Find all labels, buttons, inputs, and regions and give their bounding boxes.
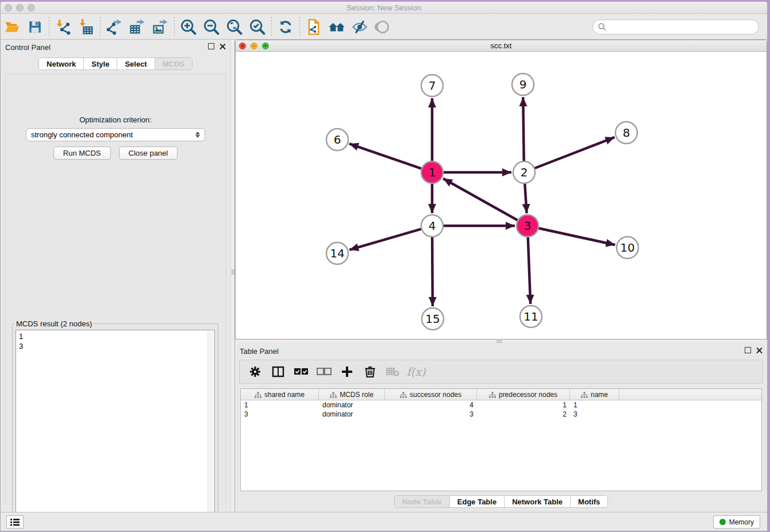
deselect-all-columns-button[interactable] bbox=[315, 363, 333, 380]
splitter-grip[interactable] bbox=[232, 269, 234, 275]
create-column-button[interactable] bbox=[338, 363, 356, 380]
zoom-selected-button[interactable] bbox=[246, 17, 269, 37]
clone-network-icon bbox=[305, 18, 322, 36]
mcds-result-list[interactable]: 13 bbox=[16, 330, 215, 531]
column-header-label: successor nodes bbox=[410, 391, 461, 399]
toolbar-separator bbox=[100, 17, 101, 37]
tab-select[interactable]: Select bbox=[117, 58, 155, 70]
select-all-columns-button[interactable] bbox=[292, 363, 310, 380]
network-window-titlebar: × − + scc.txt bbox=[236, 40, 767, 52]
delete-table-button[interactable] bbox=[384, 363, 402, 380]
hide-panel-button[interactable] bbox=[348, 17, 371, 37]
optimization-criterion-select[interactable]: strongly connected component bbox=[26, 128, 205, 141]
zoom-fit-button[interactable] bbox=[223, 17, 246, 37]
splitter-grip[interactable] bbox=[496, 340, 502, 343]
eye-slash-icon bbox=[351, 18, 368, 36]
table-cell[interactable]: 2 bbox=[477, 410, 570, 419]
table-row[interactable]: 1dominator411 bbox=[241, 400, 761, 410]
search-box[interactable] bbox=[592, 20, 759, 34]
tab-mcds[interactable]: MCDS bbox=[155, 58, 192, 70]
tab-motifs[interactable]: Motifs bbox=[571, 496, 607, 507]
refresh-icon bbox=[278, 19, 294, 35]
node-label-6: 6 bbox=[334, 133, 341, 147]
toolbar-separator bbox=[271, 17, 272, 37]
column-header-label: shared name bbox=[264, 391, 305, 399]
table-panel-tabs: Node TableEdge TableNetwork TableMotifs bbox=[394, 495, 609, 508]
open-session-button[interactable] bbox=[1, 17, 24, 37]
gear-icon bbox=[249, 365, 261, 378]
result-scrollbar[interactable] bbox=[207, 331, 214, 531]
zoom-out-button[interactable] bbox=[200, 17, 223, 37]
tab-style[interactable]: Style bbox=[84, 58, 117, 70]
home-icon bbox=[328, 18, 346, 36]
float-panel-icon[interactable] bbox=[208, 43, 214, 49]
mcds-panel: Optimization criterion: strongly connect… bbox=[5, 74, 226, 504]
run-mcds-button[interactable]: Run MCDS bbox=[53, 147, 111, 160]
column-header-successor-nodes[interactable]: successor nodes bbox=[385, 389, 477, 400]
edge-3-10[interactable] bbox=[539, 228, 615, 245]
delete-columns-button[interactable] bbox=[361, 363, 379, 380]
column-header-MCDS-role[interactable]: MCDS role bbox=[319, 389, 385, 400]
preview-button[interactable] bbox=[371, 17, 394, 37]
float-panel-icon[interactable] bbox=[745, 347, 751, 353]
horizontal-splitter[interactable] bbox=[235, 340, 767, 344]
table-cell[interactable]: 1 bbox=[477, 400, 570, 410]
network-graph[interactable]: 1234678910111415 bbox=[236, 52, 767, 340]
node-table[interactable]: shared nameMCDS rolesuccessor nodesprede… bbox=[240, 388, 762, 491]
memory-button[interactable]: Memory bbox=[713, 515, 760, 529]
table-cell[interactable]: dominator bbox=[319, 410, 385, 419]
tab-network-table[interactable]: Network Table bbox=[505, 496, 571, 507]
export-table-button[interactable] bbox=[126, 17, 149, 37]
close-panel-button[interactable]: Close panel bbox=[119, 147, 178, 160]
column-header-shared-name[interactable]: shared name bbox=[241, 389, 319, 400]
edge-3-11[interactable] bbox=[528, 237, 530, 304]
import-table-button[interactable] bbox=[75, 17, 98, 37]
export-network-button[interactable] bbox=[103, 17, 126, 37]
zoom-in-button[interactable] bbox=[177, 17, 200, 37]
tab-network[interactable]: Network bbox=[39, 58, 84, 70]
edge-1-6[interactable] bbox=[349, 144, 421, 168]
network-canvas[interactable]: 1234678910111415 bbox=[236, 52, 767, 339]
trash-icon bbox=[364, 365, 376, 378]
toolbar-separator bbox=[299, 17, 300, 37]
table-cell[interactable]: 3 bbox=[570, 410, 619, 419]
search-input[interactable] bbox=[607, 21, 759, 33]
column-layout-button[interactable] bbox=[270, 363, 287, 380]
export-image-button[interactable] bbox=[149, 17, 172, 37]
tab-edge-table[interactable]: Edge Table bbox=[450, 496, 505, 507]
edge-4-15[interactable] bbox=[432, 237, 433, 306]
table-cell[interactable]: 1 bbox=[241, 400, 319, 410]
table-row[interactable]: 3dominator323 bbox=[241, 410, 761, 419]
edge-2-3[interactable] bbox=[525, 184, 526, 213]
tab-node-table[interactable]: Node Table bbox=[395, 496, 450, 507]
column-header-name[interactable]: name bbox=[570, 389, 619, 400]
hierarchy-icon bbox=[489, 392, 496, 398]
node-label-9: 9 bbox=[519, 78, 527, 91]
edge-4-14[interactable] bbox=[349, 229, 421, 250]
save-session-button[interactable] bbox=[24, 17, 47, 37]
toolbar-separator bbox=[174, 17, 175, 37]
edge-3-1[interactable] bbox=[443, 179, 517, 220]
import-network-button[interactable] bbox=[52, 17, 75, 37]
export-network-icon bbox=[106, 18, 123, 36]
vertical-splitter[interactable] bbox=[230, 40, 235, 512]
table-cell[interactable]: 3 bbox=[385, 410, 477, 419]
home-button[interactable] bbox=[325, 17, 348, 37]
apply-layout-button[interactable] bbox=[274, 17, 297, 37]
task-history-button[interactable] bbox=[6, 515, 24, 529]
function-builder-button[interactable]: f(x) bbox=[407, 363, 425, 380]
table-cell[interactable]: 3 bbox=[241, 410, 319, 419]
table-settings-button[interactable] bbox=[247, 363, 264, 380]
close-panel-icon[interactable] bbox=[220, 43, 226, 49]
mcds-result-title: MCDS result (2 nodes) bbox=[14, 319, 94, 328]
close-panel-icon[interactable] bbox=[756, 347, 763, 353]
column-header-predecessor-nodes[interactable]: predecessor nodes bbox=[477, 389, 570, 400]
edge-2-9[interactable] bbox=[523, 97, 523, 161]
node-label-1: 1 bbox=[429, 165, 436, 179]
edge-2-8[interactable] bbox=[535, 137, 615, 168]
table-cell[interactable]: dominator bbox=[319, 400, 385, 410]
clone-network-button[interactable] bbox=[302, 17, 325, 37]
table-cell[interactable]: 1 bbox=[570, 400, 619, 410]
table-cell[interactable]: 4 bbox=[385, 400, 477, 410]
mcds-result-box: MCDS result (2 nodes) 13 bbox=[12, 319, 218, 531]
